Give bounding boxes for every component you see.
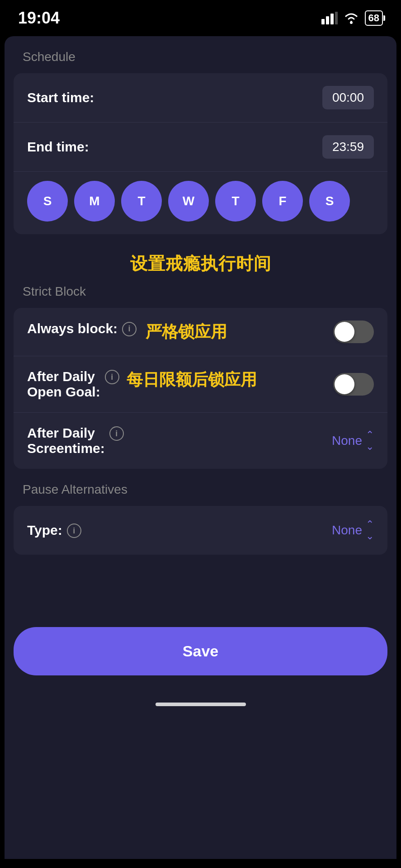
status-bar: 19:04 68 (0, 0, 401, 36)
pause-alternatives-card: Type: i None ⌃⌄ (14, 506, 387, 555)
status-time: 19:04 (18, 9, 60, 28)
after-daily-screentime-label-group: After Daily Screentime: i (27, 425, 124, 456)
svg-rect-3 (335, 12, 338, 24)
after-daily-open-goal-annotation: 每日限额后锁应用 (127, 369, 257, 391)
svg-point-4 (350, 21, 353, 24)
after-daily-screentime-info-icon[interactable]: i (109, 426, 124, 441)
after-daily-screentime-label-line2: Screentime: (27, 441, 105, 456)
day-tuesday[interactable]: T (121, 181, 162, 222)
always-block-info-icon[interactable]: i (122, 322, 137, 336)
schedule-section: Schedule Start time: 00:00 End time: 23:… (5, 50, 396, 284)
end-time-label: End time: (27, 139, 89, 155)
save-button-container: Save (5, 613, 396, 693)
signal-icon (321, 12, 338, 24)
schedule-section-label: Schedule (5, 50, 396, 73)
day-saturday[interactable]: S (309, 181, 350, 222)
after-daily-screentime-dropdown[interactable]: None ⌃⌄ (332, 429, 374, 453)
after-daily-open-goal-label-line1: After Daily (27, 369, 100, 384)
type-chevron-icon: ⌃⌄ (366, 519, 374, 542)
day-wednesday[interactable]: W (168, 181, 209, 222)
always-block-toggle-knob (335, 322, 354, 342)
schedule-annotation: 设置戒瘾执行时间 (5, 248, 396, 284)
after-daily-open-goal-toggle-knob (335, 374, 354, 394)
type-info-icon[interactable]: i (67, 524, 81, 538)
start-time-label: Start time: (27, 90, 94, 105)
after-daily-screentime-row: After Daily Screentime: i None ⌃⌄ (14, 413, 387, 469)
day-friday[interactable]: F (262, 181, 303, 222)
always-block-row: Always block: i 严格锁应用 (14, 308, 387, 356)
home-indicator (156, 703, 246, 706)
after-daily-open-goal-row: After Daily Open Goal: i 每日限额后锁应用 (14, 356, 387, 413)
day-sunday[interactable]: S (27, 181, 68, 222)
after-daily-open-goal-label-line2: Open Goal: (27, 384, 100, 400)
screentime-chevron-icon: ⌃⌄ (366, 429, 374, 453)
pause-alternatives-label: Pause Alternatives (5, 482, 396, 506)
after-daily-open-goal-toggle[interactable] (333, 373, 374, 396)
strict-block-card: Always block: i 严格锁应用 After Daily Open G… (14, 308, 387, 469)
wifi-icon (343, 12, 359, 24)
start-time-row: Start time: 00:00 (14, 73, 387, 123)
after-daily-screentime-label-line1: After Daily (27, 425, 105, 441)
start-time-value[interactable]: 00:00 (322, 86, 374, 109)
end-time-value[interactable]: 23:59 (322, 135, 374, 159)
pause-alternatives-section: Pause Alternatives Type: i None ⌃⌄ (5, 482, 396, 555)
type-dropdown[interactable]: None ⌃⌄ (332, 519, 374, 542)
battery-indicator: 68 (365, 10, 383, 26)
strict-block-section: Strict Block Always block: i 严格锁应用 After… (5, 284, 396, 469)
always-block-label-group: Always block: i 严格锁应用 (27, 321, 227, 343)
type-label-group: Type: i (27, 523, 81, 538)
spacer (5, 568, 396, 613)
end-time-row: End time: 23:59 (14, 123, 387, 172)
save-button[interactable]: Save (14, 627, 387, 675)
after-daily-open-goal-label-group: After Daily Open Goal: i 每日限额后锁应用 (27, 369, 257, 400)
type-label: Type: (27, 523, 62, 538)
svg-rect-1 (326, 16, 329, 24)
day-selector: S M T W T F S (14, 172, 387, 234)
schedule-card: Start time: 00:00 End time: 23:59 S M T … (14, 73, 387, 234)
always-block-annotation: 严格锁应用 (146, 321, 227, 343)
svg-rect-0 (321, 19, 325, 24)
day-thursday[interactable]: T (215, 181, 256, 222)
status-icons: 68 (321, 10, 383, 26)
main-content: Schedule Start time: 00:00 End time: 23:… (5, 36, 396, 859)
svg-rect-2 (330, 14, 334, 24)
after-daily-open-goal-info-icon[interactable]: i (105, 370, 119, 384)
type-row: Type: i None ⌃⌄ (14, 506, 387, 555)
always-block-toggle[interactable] (333, 321, 374, 343)
strict-block-label: Strict Block (5, 284, 396, 308)
day-monday[interactable]: M (74, 181, 115, 222)
always-block-label: Always block: (27, 321, 118, 336)
